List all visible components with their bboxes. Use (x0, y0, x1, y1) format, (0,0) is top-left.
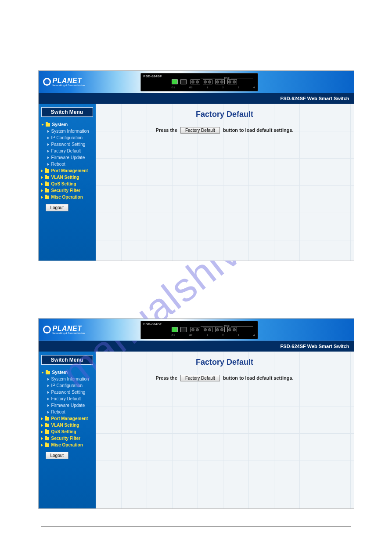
caret-right-icon (41, 437, 43, 440)
content-area: Factory Default Press the Factory Defaul… (96, 352, 354, 508)
caret-right-icon (41, 424, 43, 427)
port-g2-icon (180, 79, 187, 84)
port-2-icon (203, 79, 212, 84)
port-labels: G1 G2 1 2 3 4 (172, 334, 255, 337)
logout-button[interactable]: Logout (46, 452, 69, 459)
sidebar-sub-ip-configuration[interactable]: IP Configuration (41, 382, 93, 389)
sidebar-item-label: QoS Setting (51, 181, 76, 186)
footer-separator (41, 526, 351, 526)
port-g1-icon (172, 327, 178, 332)
instruction-line: Press the Factory Default button to load… (96, 375, 354, 381)
instruction-line: Press the Factory Default button to load… (96, 127, 354, 134)
sidebar-item-label: Password Setting (51, 390, 86, 395)
port-4-icon (227, 79, 237, 84)
sidebar-item-system[interactable]: System (41, 369, 93, 376)
screenshot-2: PLANET Networking & Communication FSD-62… (38, 318, 354, 509)
switch-menu-title: Switch Menu (41, 355, 93, 365)
product-titlebar: FSD-624SF Web Smart Switch (39, 93, 354, 104)
brand-logo: PLANET Networking & Communication (39, 77, 85, 87)
caret-right-icon (41, 183, 43, 185)
sidebar-item-label: Misc Operation (51, 195, 83, 200)
sidebar-item-label: Port Management (51, 168, 88, 173)
brand-tagline: Networking & Communication (53, 332, 85, 334)
caret-right-icon (47, 385, 49, 387)
sidebar-item-port-management[interactable]: Port Management (41, 415, 93, 422)
sidebar-sub-firmware-update[interactable]: Firmware Update (41, 154, 93, 161)
folder-icon (46, 371, 50, 374)
sidebar-item-label: VLAN Setting (51, 175, 79, 180)
sidebar-item-label: Password Setting (51, 142, 86, 147)
sidebar-sub-factory-default[interactable]: Factory Default (41, 148, 93, 154)
sidebar-sub-system-information[interactable]: System Information (41, 128, 93, 134)
sidebar-sub-factory-default[interactable]: Factory Default (41, 395, 93, 402)
sidebar-item-label: IP Configuration (51, 383, 83, 388)
sidebar-item-misc-operation[interactable]: Misc Operation (41, 442, 93, 448)
caret-right-icon (47, 378, 49, 381)
sidebar-item-label: Firmware Update (51, 155, 85, 160)
switch-menu-title: Switch Menu (41, 107, 93, 117)
sidebar-sub-system-information[interactable]: System Information (41, 376, 93, 382)
sidebar-sub-password-setting[interactable]: Password Setting (41, 389, 93, 395)
folder-icon (46, 123, 50, 127)
caret-right-icon (47, 163, 49, 166)
logout-button[interactable]: Logout (46, 204, 69, 211)
sidebar-item-label: QoS Setting (51, 429, 76, 434)
folder-icon (45, 430, 49, 434)
folder-icon (45, 443, 49, 447)
sidebar-item-vlan-setting[interactable]: VLAN Setting (41, 422, 93, 428)
port-g2-icon (180, 327, 187, 332)
folder-icon (45, 189, 49, 192)
sidebar-item-vlan-setting[interactable]: VLAN Setting (41, 174, 93, 181)
caret-right-icon (41, 444, 43, 446)
caret-right-icon (47, 156, 49, 159)
sidebar-sub-reboot[interactable]: Reboot (41, 161, 93, 167)
sidebar-item-qos-setting[interactable]: QoS Setting (41, 181, 93, 187)
factory-default-button[interactable]: Factory Default (180, 375, 220, 381)
sidebar-item-security-filter[interactable]: Security Filter (41, 187, 93, 194)
sidebar-sub-password-setting[interactable]: Password Setting (41, 141, 93, 148)
sidebar-item-security-filter[interactable]: Security Filter (41, 435, 93, 442)
factory-default-button[interactable]: Factory Default (180, 127, 220, 134)
folder-icon (45, 424, 49, 427)
sidebar-sub-ip-configuration[interactable]: IP Configuration (41, 134, 93, 141)
port-4-icon (227, 327, 237, 332)
press-text-pre: Press the (155, 375, 177, 381)
port-3-icon (215, 327, 225, 332)
folder-icon (45, 169, 49, 173)
caret-right-icon (47, 143, 49, 146)
sidebar-sub-firmware-update[interactable]: Firmware Update (41, 402, 93, 409)
port-1-icon (191, 79, 200, 84)
brand-logo: PLANET Networking & Communication (39, 325, 85, 334)
folder-icon (45, 417, 49, 421)
sidebar-item-label: Port Management (51, 416, 88, 421)
sidebar-item-misc-operation[interactable]: Misc Operation (41, 194, 93, 200)
sidebar-item-label: Firmware Update (51, 403, 85, 408)
sidebar: Switch Menu System System Information IP… (39, 104, 96, 261)
sidebar-item-label: Reboot (51, 410, 65, 414)
page-title: Factory Default (96, 358, 354, 367)
caret-right-icon (41, 417, 43, 420)
sidebar-item-label: System (52, 122, 68, 127)
press-text-pre: Press the (155, 127, 177, 133)
sidebar-item-qos-setting[interactable]: QoS Setting (41, 428, 93, 435)
caret-right-icon (47, 398, 49, 400)
device-panel: FSD-624SF POE G1 G2 1 2 3 4 (140, 73, 258, 91)
caret-right-icon (47, 411, 49, 414)
brand-tagline: Networking & Communication (53, 84, 85, 87)
caret-right-icon (41, 431, 43, 433)
header-banner: PLANET Networking & Communication FSD-62… (39, 71, 354, 93)
port-3-icon (215, 79, 225, 84)
sidebar-item-port-management[interactable]: Port Management (41, 167, 93, 174)
page-title: Factory Default (96, 110, 354, 119)
sidebar-sub-reboot[interactable]: Reboot (41, 409, 93, 415)
press-text-post: button to load default settings. (223, 375, 294, 381)
caret-right-icon (47, 137, 49, 139)
globe-icon (43, 78, 51, 86)
sidebar-item-system[interactable]: System (41, 121, 93, 128)
chevron-down-icon (41, 124, 44, 126)
caret-right-icon (47, 150, 49, 152)
caret-right-icon (41, 170, 43, 172)
folder-icon (45, 437, 49, 440)
port-g1-icon (172, 79, 178, 84)
sidebar-item-label: Security Filter (51, 436, 81, 441)
